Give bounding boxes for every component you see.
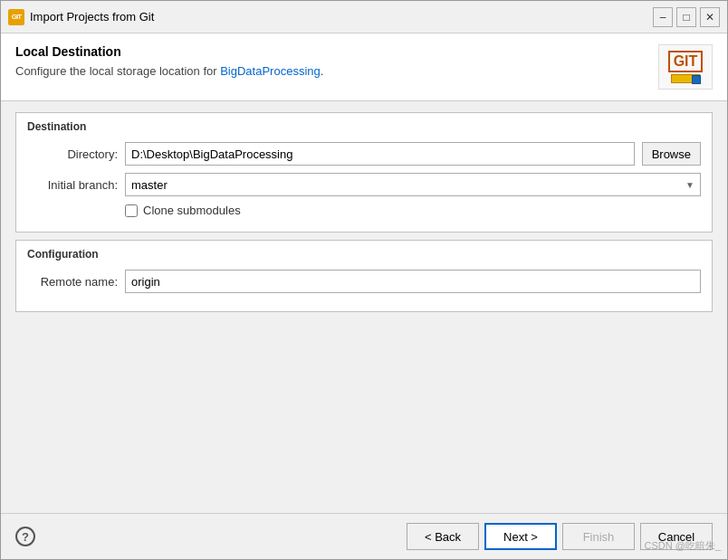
directory-label: Directory: bbox=[27, 147, 118, 161]
title-bar: GIT Import Projects from Git – □ ✕ bbox=[1, 1, 727, 33]
window-icon: GIT bbox=[8, 9, 24, 25]
directory-input[interactable] bbox=[125, 142, 635, 166]
minimize-button[interactable]: – bbox=[653, 7, 673, 27]
watermark: CSDN @吃暗朱_ bbox=[644, 539, 721, 553]
branch-select[interactable]: master main develop bbox=[126, 174, 700, 195]
next-button[interactable]: Next > bbox=[484, 523, 557, 550]
directory-row: Directory: Browse bbox=[27, 142, 701, 166]
finish-button[interactable]: Finish bbox=[562, 523, 635, 550]
configuration-group-label: Configuration bbox=[27, 248, 701, 261]
clone-submodules-row: Clone submodules bbox=[125, 204, 701, 217]
window-controls: – □ ✕ bbox=[653, 7, 720, 27]
clone-submodules-label[interactable]: Clone submodules bbox=[143, 204, 241, 217]
initial-branch-label: Initial branch: bbox=[27, 178, 118, 192]
header-title: Local Destination bbox=[15, 44, 658, 59]
main-content: Destination Directory: Browse Initial br… bbox=[1, 101, 727, 513]
subtitle-prefix: Configure the local storage location for bbox=[15, 64, 220, 78]
remote-name-label: Remote name: bbox=[27, 275, 118, 289]
maximize-button[interactable]: □ bbox=[676, 7, 696, 27]
header-content: Local Destination Configure the local st… bbox=[15, 44, 658, 78]
main-window: GIT Import Projects from Git – □ ✕ Local… bbox=[0, 0, 728, 560]
header-subtitle: Configure the local storage location for… bbox=[15, 64, 658, 78]
subtitle-highlight: BigDataProcessing bbox=[220, 64, 321, 78]
remote-name-input[interactable] bbox=[125, 270, 701, 293]
close-button[interactable]: ✕ bbox=[700, 7, 720, 27]
footer: ? < Back Next > Finish Cancel bbox=[1, 513, 727, 559]
browse-button[interactable]: Browse bbox=[642, 142, 701, 166]
git-logo-decoration bbox=[671, 74, 700, 83]
destination-group: Destination Directory: Browse Initial br… bbox=[15, 112, 713, 233]
footer-left: ? bbox=[15, 527, 35, 546]
branch-select-wrapper: master main develop ▼ bbox=[125, 173, 701, 196]
configuration-group: Configuration Remote name: bbox=[15, 240, 713, 312]
back-button[interactable]: < Back bbox=[407, 523, 479, 550]
git-logo-text: GIT bbox=[668, 51, 704, 72]
git-logo: GIT bbox=[658, 44, 713, 90]
help-button[interactable]: ? bbox=[15, 527, 35, 546]
destination-group-label: Destination bbox=[27, 120, 701, 133]
remote-name-row: Remote name: bbox=[27, 270, 701, 293]
window-title: Import Projects from Git bbox=[30, 10, 647, 24]
subtitle-suffix: . bbox=[321, 64, 324, 78]
header-section: Local Destination Configure the local st… bbox=[1, 33, 727, 101]
initial-branch-row: Initial branch: master main develop ▼ bbox=[27, 173, 701, 196]
clone-submodules-checkbox[interactable] bbox=[125, 204, 138, 217]
git-logo-decoration-corner bbox=[692, 75, 701, 84]
